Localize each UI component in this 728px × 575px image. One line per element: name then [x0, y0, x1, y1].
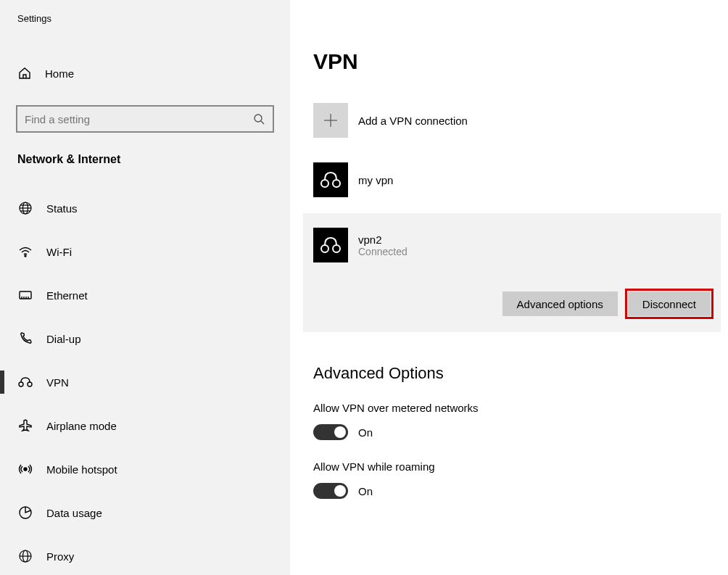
button-row: Advanced options Disconnect — [313, 291, 711, 316]
roaming-label: Allow VPN while roaming — [313, 460, 728, 473]
sidebar-item-label: VPN — [46, 376, 69, 389]
sidebar-item-proxy[interactable]: Proxy — [0, 534, 290, 575]
airplane-icon — [17, 418, 33, 434]
home-icon — [17, 66, 32, 80]
add-vpn-label: Add a VPN connection — [358, 115, 468, 127]
connection-name: vpn2 — [358, 233, 408, 246]
metered-label: Allow VPN over metered networks — [313, 402, 728, 414]
search-input[interactable] — [25, 113, 252, 125]
sidebar-item-label: Data usage — [46, 507, 102, 519]
wifi-icon — [17, 244, 33, 260]
sidebar-item-wifi[interactable]: Wi-Fi — [0, 230, 290, 273]
sidebar-item-status[interactable]: Status — [0, 186, 290, 230]
connection-name: my vpn — [358, 174, 393, 186]
hotspot-icon — [17, 461, 33, 477]
section-heading: Network & Internet — [0, 153, 290, 166]
sidebar-item-data-usage[interactable]: Data usage — [0, 491, 290, 534]
vpn-selected-panel: vpn2 Connected Advanced options Disconne… — [303, 213, 721, 332]
sidebar-item-label: Dial-up — [46, 333, 81, 345]
vpn-icon — [17, 374, 33, 390]
sidebar-item-vpn[interactable]: VPN — [0, 360, 290, 404]
vpn-connection-vpn2[interactable]: vpn2 Connected — [313, 223, 711, 267]
main-content: VPN Add a VPN connection my vpn — [290, 0, 728, 575]
advanced-options-heading: Advanced Options — [313, 364, 728, 383]
svg-point-13 — [19, 382, 23, 386]
svg-point-24 — [321, 245, 328, 252]
sidebar-item-label: Mobile hotspot — [46, 463, 117, 476]
connection-icon — [313, 228, 348, 262]
phone-icon — [17, 331, 33, 347]
advanced-options-button[interactable]: Advanced options — [502, 291, 618, 316]
connection-icon — [313, 162, 348, 197]
sidebar-item-dialup[interactable]: Dial-up — [0, 317, 290, 360]
sidebar-item-ethernet[interactable]: Ethernet — [0, 273, 290, 317]
plus-icon — [313, 103, 348, 138]
home-nav[interactable]: Home — [0, 59, 290, 88]
roaming-state: On — [358, 485, 373, 497]
svg-line-1 — [261, 121, 264, 124]
sidebar-item-airplane[interactable]: Airplane mode — [0, 404, 290, 447]
svg-point-25 — [333, 245, 340, 252]
sidebar-item-label: Airplane mode — [46, 420, 117, 432]
sidebar-item-label: Status — [46, 202, 78, 215]
svg-point-7 — [25, 255, 26, 257]
search-box[interactable] — [16, 105, 274, 133]
svg-point-0 — [255, 115, 262, 122]
connection-status: Connected — [358, 246, 408, 257]
app-title: Settings — [0, 13, 290, 24]
search-icon — [252, 112, 265, 125]
pie-icon — [17, 505, 33, 521]
svg-point-14 — [28, 382, 32, 386]
metered-toggle[interactable] — [313, 424, 348, 440]
vpn-connection-myvpn[interactable]: my vpn — [313, 158, 728, 202]
ethernet-icon — [17, 287, 33, 303]
sidebar-item-label: Proxy — [46, 550, 74, 563]
sidebar-item-label: Ethernet — [46, 289, 88, 302]
roaming-toggle[interactable] — [313, 483, 348, 499]
svg-point-15 — [24, 468, 27, 471]
proxy-icon — [17, 548, 33, 564]
home-label: Home — [45, 67, 74, 80]
globe-icon — [17, 200, 33, 216]
sidebar-item-hotspot[interactable]: Mobile hotspot — [0, 447, 290, 491]
svg-point-22 — [321, 180, 328, 187]
sidebar: Settings Home Network & Internet — [0, 0, 290, 575]
svg-point-23 — [333, 180, 340, 187]
page-title: VPN — [313, 49, 728, 74]
add-vpn-button[interactable]: Add a VPN connection — [313, 103, 728, 138]
metered-state: On — [358, 426, 373, 439]
sidebar-item-label: Wi-Fi — [46, 246, 72, 258]
disconnect-button[interactable]: Disconnect — [628, 291, 711, 316]
